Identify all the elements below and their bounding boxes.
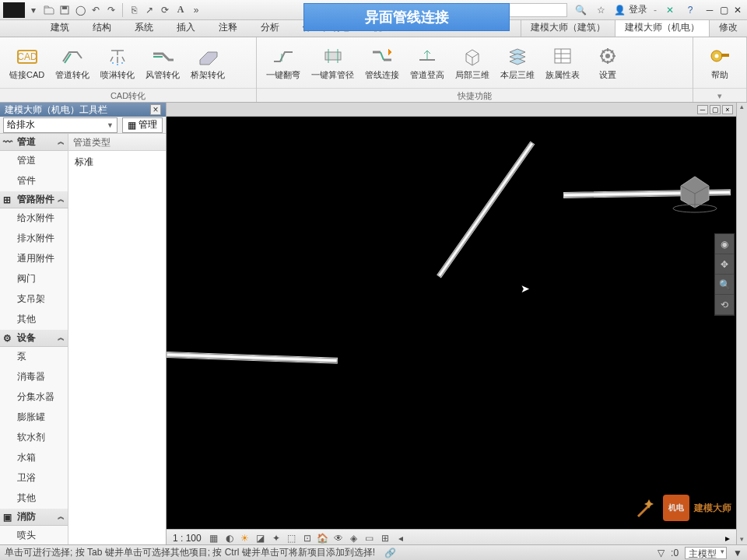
bar-right-icon[interactable]: ▸ <box>725 533 730 544</box>
text-icon[interactable]: A <box>174 3 188 17</box>
help-icon[interactable]: ? <box>683 3 697 17</box>
measure-icon[interactable]: ↗ <box>142 3 156 17</box>
maximize-button[interactable]: ▢ <box>717 4 730 16</box>
tree-item[interactable]: 软水剂 <box>0 428 68 448</box>
pipe-elevate-button[interactable]: 管道登高 <box>405 44 449 82</box>
pipe-horizontal-left[interactable] <box>167 352 338 364</box>
tree-item[interactable]: 阀门 <box>0 269 68 289</box>
local-3d-button[interactable]: 局部三维 <box>451 44 494 82</box>
manage-button[interactable]: ▦ 管理 <box>122 117 163 133</box>
app-logo[interactable] <box>3 2 25 18</box>
nav-zoom-icon[interactable]: 🔍 <box>715 275 734 295</box>
rendering-icon[interactable]: ✦ <box>270 532 282 544</box>
ribbon-expand-icon[interactable]: ▾ <box>693 88 746 102</box>
tree-item[interactable]: 其他 <box>0 310 68 330</box>
tab-annotate[interactable]: 注释 <box>207 18 249 37</box>
tree-item[interactable]: 水箱 <box>0 448 68 468</box>
3d-canvas[interactable]: ◉ ✥ 🔍 ⟲ ➤ 机电 建模大师 <box>167 117 736 529</box>
tree-item[interactable]: 支吊架 <box>0 289 68 310</box>
crop-region-icon[interactable]: ⊡ <box>301 532 314 544</box>
tree-item[interactable]: 分集水器 <box>0 387 68 408</box>
tab-modify[interactable]: 修改 <box>709 19 747 37</box>
exchange-icon[interactable]: ✕ <box>663 3 677 17</box>
user-login[interactable]: 👤 登录 <box>614 3 647 16</box>
tab-analyze[interactable]: 分析 <box>249 18 291 37</box>
reveal-hidden-icon[interactable]: ◈ <box>348 532 360 544</box>
view-maximize-button[interactable]: ▢ <box>710 105 721 114</box>
tree-header-pipe[interactable]: 〰管道︽ <box>0 134 68 151</box>
link-cad-button[interactable]: CAD链接CAD <box>5 44 49 82</box>
worksharing-icon[interactable]: ▭ <box>363 532 376 544</box>
star-icon[interactable]: ☆ <box>594 3 608 17</box>
search-icon[interactable]: 🔍 <box>573 3 587 17</box>
tab-master-mep[interactable]: 建模大师（机电） <box>615 19 709 37</box>
tree-header-fittings[interactable]: ⊞管路附件︽ <box>0 191 68 208</box>
system-combo[interactable]: 给排水 ▼ <box>3 117 117 133</box>
pipeline-connect-button[interactable]: 管线连接 <box>360 44 404 82</box>
save-icon[interactable] <box>58 3 72 17</box>
pipe-diagonal[interactable] <box>437 141 535 278</box>
nav-pan-icon[interactable]: ✥ <box>715 254 734 275</box>
tree-item[interactable]: 管件 <box>0 171 68 191</box>
close-button[interactable]: ✕ <box>731 4 744 16</box>
lock-3d-icon[interactable]: 🏠 <box>317 532 329 544</box>
sprinkler-convert-button[interactable]: 喷淋转化 <box>96 44 139 82</box>
link-icon[interactable]: ⎘ <box>127 3 141 17</box>
tree-item[interactable]: 卫浴 <box>0 468 68 488</box>
floor-3d-button[interactable]: 本层三维 <box>496 44 539 82</box>
dim-icon[interactable]: ⟳ <box>158 3 172 17</box>
settings-button[interactable]: 设置 <box>586 44 630 82</box>
bar-more-icon[interactable]: ◂ <box>395 532 407 544</box>
crop-view-icon[interactable]: ⬚ <box>286 532 298 544</box>
qat-dropdown-icon[interactable]: ▾ <box>26 3 40 17</box>
tree-item[interactable]: 管道 <box>0 151 68 171</box>
nav-orbit-icon[interactable]: ⟲ <box>715 295 734 315</box>
type-item-standard[interactable]: 标准 <box>68 151 166 173</box>
undo-icon[interactable]: ↶ <box>89 3 103 17</box>
tab-master-arch[interactable]: 建模大师（建筑） <box>521 19 615 37</box>
vertical-scrollbar[interactable]: ▴ ▾ <box>736 103 747 546</box>
tab-insert[interactable]: 插入 <box>165 18 207 37</box>
minimize-button[interactable]: ─ <box>703 4 716 16</box>
visual-style-icon[interactable]: ◐ <box>223 532 236 544</box>
one-click-diameter-button[interactable]: 一键算管径 <box>307 44 359 82</box>
tree-item[interactable]: 通用附件 <box>0 249 68 269</box>
tree-item[interactable]: 给水附件 <box>0 208 68 229</box>
tree-item[interactable]: 排水附件 <box>0 229 68 249</box>
view-minimize-button[interactable]: ─ <box>697 105 708 114</box>
one-click-bend-button[interactable]: 一键翻弯 <box>261 44 305 82</box>
constraints-icon[interactable]: ⊞ <box>379 532 391 544</box>
tree-item[interactable]: 其他 <box>0 488 68 509</box>
tab-structure[interactable]: 结构 <box>81 18 123 37</box>
open-icon[interactable] <box>42 3 56 17</box>
tree-item[interactable]: 消毒器 <box>0 367 68 387</box>
nav-wheel-icon[interactable]: ◉ <box>715 234 734 254</box>
tree-item[interactable]: 膨胀罐 <box>0 408 68 428</box>
help-button[interactable]: 帮助 <box>698 44 742 82</box>
tray-convert-button[interactable]: 桥架转化 <box>186 44 230 82</box>
tree-item[interactable]: 泵 <box>0 347 68 367</box>
panel-close-button[interactable]: × <box>150 104 161 115</box>
pipe-convert-button[interactable]: 管道转化 <box>51 44 94 82</box>
sun-path-icon[interactable]: ☀ <box>239 532 251 544</box>
detail-level-icon[interactable]: ▦ <box>208 532 220 544</box>
family-props-button[interactable]: 族属性表 <box>541 44 584 82</box>
redo-icon[interactable]: ↷ <box>104 3 118 17</box>
status-icon[interactable]: 🔗 <box>384 548 396 558</box>
main-model-combo[interactable]: 主模型 <box>685 547 727 559</box>
filter-icon[interactable]: ▼ <box>733 548 742 558</box>
view-scrollbar[interactable] <box>413 534 719 542</box>
temp-hide-icon[interactable]: 👁 <box>332 532 345 544</box>
tree-header-equipment[interactable]: ⚙设备︽ <box>0 330 68 347</box>
shadows-icon[interactable]: ◪ <box>254 532 267 544</box>
sync-icon[interactable]: ◯ <box>73 3 87 17</box>
tree-header-fire[interactable]: ▣消防︽ <box>0 509 68 526</box>
selection-icon[interactable]: ▽ <box>658 548 665 558</box>
tab-system[interactable]: 系统 <box>123 18 165 37</box>
view-cube[interactable] <box>666 171 724 214</box>
view-close-button[interactable]: × <box>722 105 733 114</box>
tree-item[interactable]: 喷头 <box>0 526 68 546</box>
duct-convert-button[interactable]: 风管转化 <box>141 44 184 82</box>
tab-architecture[interactable]: 建筑 <box>39 18 81 37</box>
scale-value[interactable]: 1 : 100 <box>173 533 202 544</box>
